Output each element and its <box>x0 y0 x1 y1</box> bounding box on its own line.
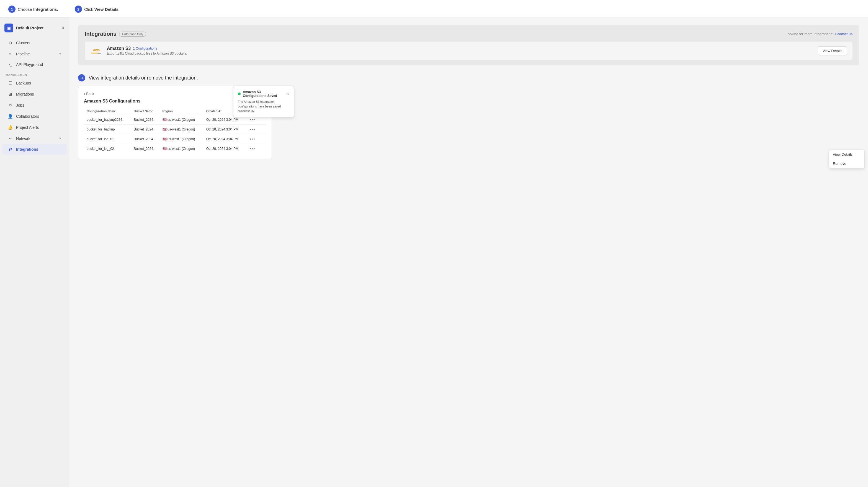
cell-bucket-name: Bucket_2024 <box>131 134 159 144</box>
step-2: 2 Click View Details. <box>75 5 120 13</box>
network-chevron-icon: ∨ <box>59 136 61 140</box>
main-layout: ▣ Default Project ⇅ ⊙ Clusters » Pipelin… <box>0 18 868 487</box>
actions-menu-trigger[interactable]: ••• <box>250 118 255 122</box>
sidebar: ▣ Default Project ⇅ ⊙ Clusters » Pipelin… <box>0 18 69 487</box>
jobs-icon: ↺ <box>8 103 13 108</box>
sidebar-item-label: Project Alerts <box>16 125 39 130</box>
management-section-label: Management <box>0 70 69 78</box>
sidebar-item-project-alerts[interactable]: 🔔 Project Alerts <box>2 122 67 133</box>
project-selector[interactable]: ▣ Default Project ⇅ <box>0 21 69 35</box>
sidebar-item-label: Clusters <box>16 41 30 45</box>
integrations-heading: Integrations <box>85 31 116 37</box>
step-2-circle: 2 <box>75 5 82 13</box>
aws-bar <box>91 53 101 54</box>
col-bucket-name: Bucket Name <box>131 108 159 115</box>
table-row: bucket_for_log_02 Bucket_2024 🇺🇸 us-west… <box>84 144 266 154</box>
project-icon: ▣ <box>4 24 13 32</box>
s3-name: Amazon S3 1 Configurations <box>107 46 813 51</box>
toast-body: The Amazon S3 integration configurations… <box>238 99 289 113</box>
clusters-icon: ⊙ <box>8 40 13 45</box>
sidebar-item-backups[interactable]: ☐ Backups <box>2 78 67 88</box>
aws-logo: aws <box>90 47 102 55</box>
step-1-circle: 1 <box>8 5 16 13</box>
sidebar-item-clusters[interactable]: ⊙ Clusters <box>2 38 67 48</box>
cell-bucket-name: Bucket_2024 <box>131 125 159 134</box>
aws-text: aws <box>93 48 99 52</box>
toast-title: Amazon S3 Configurations Saved <box>243 90 284 98</box>
backups-icon: ☐ <box>8 81 13 86</box>
dropdown-remove[interactable]: Remove <box>829 159 864 168</box>
integrations-title: Integrations Enterprise Only <box>85 31 146 37</box>
step3-container: ‹ Back Amazon S3 Configurations Configur… <box>78 86 859 159</box>
step3-circle: 3 <box>78 74 85 82</box>
col-config-name: Configuration Name <box>84 108 131 115</box>
cell-bucket-name: Bucket_2024 <box>131 115 159 125</box>
dropdown-view-details[interactable]: View Details <box>829 150 864 159</box>
sidebar-item-label: Jobs <box>16 103 24 108</box>
project-alerts-icon: 🔔 <box>8 125 13 130</box>
cell-created-at: Oct 20, 2024 3:04 PM <box>204 144 247 154</box>
view-details-button[interactable]: View Details <box>818 46 847 55</box>
cell-actions[interactable]: ••• <box>247 134 266 144</box>
actions-menu-trigger[interactable]: ••• <box>250 127 255 131</box>
actions-menu-trigger[interactable]: ••• <box>250 137 255 141</box>
cell-region: 🇺🇸 us-west1 (Oregon) <box>160 134 204 144</box>
app-container: 1 Choose Integrations. 2 Click View Deta… <box>0 0 868 487</box>
cell-actions[interactable]: ••• <box>247 144 266 154</box>
sidebar-item-pipeline[interactable]: » Pipeline ∨ <box>2 49 67 59</box>
cell-region: 🇺🇸 us-west1 (Oregon) <box>160 125 204 134</box>
sidebar-item-label: Pipeline <box>16 52 30 56</box>
s3-info: Amazon S3 1 Configurations Export Zilliz… <box>107 46 813 55</box>
step1-section: Integrations Enterprise Only Looking for… <box>78 25 859 65</box>
cell-actions[interactable]: ••• <box>247 125 266 134</box>
col-region: Region <box>160 108 204 115</box>
sidebar-item-label: Collaborators <box>16 114 39 119</box>
cell-config-name: bucket_for_log_01 <box>84 134 131 144</box>
integrations-icon: ⇄ <box>8 147 13 152</box>
cell-config-name: bucket_for_log_02 <box>84 144 131 154</box>
project-name: Default Project <box>16 26 59 30</box>
sidebar-item-collaborators[interactable]: 👤 Collaborators <box>2 111 67 122</box>
enterprise-badge: Enterprise Only <box>119 32 146 36</box>
sidebar-item-jobs[interactable]: ↺ Jobs <box>2 100 67 111</box>
sidebar-item-network[interactable]: ↔ Network ∨ <box>2 133 67 144</box>
sidebar-item-migrations[interactable]: ⊞ Migrations <box>2 89 67 99</box>
cell-created-at: Oct 20, 2024 3:04 PM <box>204 125 247 134</box>
toast-close-button[interactable]: ✕ <box>286 92 289 96</box>
table-row: bucket_for_log_01 Bucket_2024 🇺🇸 us-west… <box>84 134 266 144</box>
s3-description: Export Zilliz Cloud backup files to Amaz… <box>107 52 813 55</box>
sidebar-item-label: Migrations <box>16 92 34 96</box>
cell-config-name: bucket_for_backup2024 <box>84 115 131 125</box>
cell-region: 🇺🇸 us-west1 (Oregon) <box>160 115 204 125</box>
contact-text: Looking for more integrations? Contact u… <box>786 32 852 36</box>
sidebar-item-integrations[interactable]: ⇄ Integrations <box>2 144 67 155</box>
sidebar-item-label: Integrations <box>16 147 38 152</box>
step-1-label: Choose Integrations. <box>18 7 58 12</box>
contact-us-link[interactable]: Contact us <box>835 32 852 36</box>
step3-title-row: 3 View integration details or remove the… <box>78 74 859 82</box>
cell-created-at: Oct 20, 2024 3:04 PM <box>204 134 247 144</box>
pipeline-chevron-icon: ∨ <box>59 52 61 56</box>
actions-dropdown: View Details Remove <box>829 150 865 169</box>
cell-region: 🇺🇸 us-west1 (Oregon) <box>160 144 204 154</box>
network-icon: ↔ <box>8 136 13 141</box>
integrations-header: Integrations Enterprise Only Looking for… <box>85 31 852 37</box>
migrations-icon: ⊞ <box>8 92 13 97</box>
sidebar-item-label: Network <box>16 136 30 141</box>
step-2-label: Click View Details. <box>84 7 120 12</box>
steps-row: 1 Choose Integrations. 2 Click View Deta… <box>0 0 868 18</box>
api-playground-icon: ›_ <box>8 63 13 66</box>
main-content: Integrations Enterprise Only Looking for… <box>69 18 868 487</box>
sidebar-item-api-playground[interactable]: ›_ API Playground <box>2 60 67 69</box>
step-1: 1 Choose Integrations. <box>8 5 58 13</box>
toast-notification: Amazon S3 Configurations Saved ✕ The Ama… <box>233 86 294 118</box>
actions-menu-trigger[interactable]: ••• <box>250 147 255 151</box>
step3-text: View integration details or remove the i… <box>89 75 198 81</box>
cell-bucket-name: Bucket_2024 <box>131 144 159 154</box>
toast-header: Amazon S3 Configurations Saved ✕ <box>238 90 289 98</box>
s3-config-count: 1 Configurations <box>133 47 157 51</box>
toast-success-icon <box>238 93 241 95</box>
integrations-panel: Integrations Enterprise Only Looking for… <box>78 25 859 65</box>
pipeline-icon: » <box>8 52 13 56</box>
s3-card: aws Amazon S3 1 Configurations Export Zi… <box>85 41 852 60</box>
